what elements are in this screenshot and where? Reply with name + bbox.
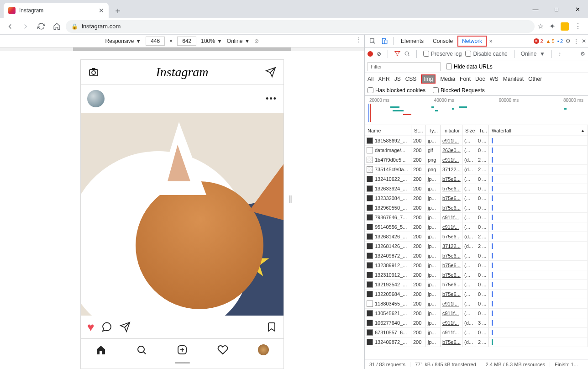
blocked-requests-checkbox[interactable]: Blocked Requests [433, 87, 485, 94]
network-row[interactable]: 132192542_...200jp...b75e6...(...0 ... [365, 280, 588, 290]
col-waterfall[interactable]: Waterfall▲ [489, 125, 588, 136]
inspect-icon[interactable] [367, 38, 378, 44]
like-icon[interactable]: ♥ [87, 320, 94, 334]
close-tab-icon[interactable]: ✕ [99, 7, 104, 14]
more-tabs-icon[interactable]: » [487, 38, 495, 44]
network-row[interactable]: 132409872_...200jp...b75e6...(d...2 ... [365, 337, 588, 347]
viewport-height-input[interactable]: 642 [177, 37, 196, 46]
cell-initiator[interactable]: c911f... [441, 328, 462, 337]
close-window-button[interactable]: ✕ [567, 0, 588, 18]
info-badge[interactable]: ▪2 [557, 38, 563, 44]
clear-icon[interactable]: ⊘ [377, 51, 381, 57]
home-tab-icon[interactable] [95, 344, 106, 355]
network-row[interactable]: 132389912_...200jp...b75e6...(...0 ... [365, 261, 588, 270]
network-row[interactable]: 79867646_7...200jp...c911f...(...0 ... [365, 213, 588, 222]
filter-manifest[interactable]: Manifest [503, 76, 524, 82]
network-row[interactable]: data:image/...200gif263e0...(...0 ... [365, 146, 588, 155]
cell-initiator[interactable]: 263e0... [441, 146, 462, 155]
cell-initiator[interactable]: c911f... [441, 213, 462, 222]
url-input[interactable]: 🔒 instagram.com [66, 20, 535, 33]
viewport-ruler[interactable] [0, 47, 364, 51]
throttle-select[interactable]: Online ▼ [227, 38, 250, 44]
activity-tab-icon[interactable] [217, 344, 228, 355]
maximize-button[interactable]: □ [546, 0, 567, 18]
filter-input[interactable] [368, 62, 441, 71]
record-button[interactable] [368, 51, 373, 57]
chrome-menu-icon[interactable]: ⋮ [574, 22, 582, 31]
story-avatar[interactable] [87, 90, 105, 107]
tab-network[interactable]: Network [457, 36, 487, 47]
filter-toggle-icon[interactable] [394, 51, 400, 57]
cell-initiator[interactable]: b75e6... [441, 232, 462, 241]
cell-initiator[interactable]: c911f... [441, 318, 462, 327]
resize-handle-icon[interactable]: || [289, 194, 291, 204]
bookmark-star-icon[interactable]: ☆ [537, 22, 544, 31]
network-row[interactable]: 130545621_...200jp...c911f...(...0 ... [365, 309, 588, 318]
network-row[interactable]: 132310912_...200jp...b75e6...(...0 ... [365, 270, 588, 280]
col-type[interactable]: Ty... [426, 125, 441, 136]
network-row[interactable]: 67310557_6...200jp...c911f...(...0 ... [365, 328, 588, 337]
cell-initiator[interactable]: b75e6... [441, 174, 462, 184]
cell-initiator[interactable]: b75e6... [441, 203, 462, 212]
warning-badge[interactable]: ▲5 [546, 38, 555, 44]
tab-elements[interactable]: Elements [396, 35, 428, 47]
network-row[interactable]: 106277640_...200jp...c911f...(d...3 ... [365, 318, 588, 328]
zoom-select[interactable]: 100% ▼ [201, 38, 222, 44]
network-row[interactable]: 132410622_...200jp...b75e6...(...0 ... [365, 174, 588, 184]
profile-tab-avatar[interactable] [258, 344, 269, 355]
camera-icon[interactable] [88, 67, 99, 78]
reload-button[interactable] [35, 20, 47, 33]
network-row[interactable]: 132332084_...200jp...b75e6...(...0 ... [365, 194, 588, 203]
col-initiator[interactable]: Initiator [441, 125, 462, 136]
forward-button[interactable] [19, 20, 32, 33]
network-settings-icon[interactable]: ⚙ [580, 51, 585, 57]
cell-initiator[interactable]: b75e6... [441, 280, 462, 289]
search-tab-icon[interactable] [136, 344, 147, 355]
network-row[interactable]: 735145cfe0a...200png37122...(d...2 ... [365, 165, 588, 174]
bookmark-icon[interactable] [266, 322, 277, 332]
network-table-header[interactable]: Name St... Ty... Initiator Size Ti... Wa… [365, 125, 588, 136]
col-size[interactable]: Size [462, 125, 476, 136]
cell-initiator[interactable]: c911f... [441, 309, 462, 318]
network-row[interactable]: 132681426_...200jp...b75e6...(d...2 ... [365, 232, 588, 242]
filter-css[interactable]: CSS [405, 76, 417, 82]
cell-initiator[interactable]: b75e6... [441, 337, 462, 347]
filter-ws[interactable]: WS [489, 76, 498, 82]
cell-initiator[interactable]: c911f... [441, 299, 462, 308]
network-row[interactable]: 95140556_5...200jp...c911f...(...0 ... [365, 222, 588, 232]
cell-initiator[interactable]: b75e6... [441, 194, 462, 203]
network-row[interactable]: 131586692_...200jp...c911f...(...0 ... [365, 136, 588, 146]
filter-xhr[interactable]: XHR [378, 76, 389, 82]
comment-icon[interactable] [101, 322, 112, 332]
cell-initiator[interactable]: b75e6... [441, 261, 462, 270]
col-name[interactable]: Name [365, 125, 411, 136]
cell-initiator[interactable]: c911f... [441, 222, 462, 232]
col-status[interactable]: St... [411, 125, 426, 136]
add-post-icon[interactable] [177, 344, 188, 355]
cell-initiator[interactable]: b75e6... [441, 290, 462, 299]
devtools-close-icon[interactable]: ✕ [582, 38, 586, 44]
network-rows[interactable]: 131586692_...200jp...c911f...(...0 ...da… [365, 136, 588, 359]
back-button[interactable] [4, 20, 16, 33]
disable-cache-checkbox[interactable]: Disable cache [465, 51, 507, 57]
send-icon[interactable] [265, 67, 276, 78]
home-button[interactable] [50, 20, 63, 33]
new-tab-button[interactable]: ＋ [111, 4, 124, 17]
search-icon[interactable] [404, 51, 410, 57]
cell-initiator[interactable]: b75e6... [441, 251, 462, 260]
network-row[interactable]: 132205684_...200jp...b75e6...(...0 ... [365, 290, 588, 299]
viewport-width-input[interactable]: 446 [146, 37, 165, 46]
cell-initiator[interactable]: b75e6... [441, 184, 462, 193]
import-export-icon[interactable]: ↕ [558, 51, 561, 57]
filter-other[interactable]: Other [528, 76, 542, 82]
device-mode-select[interactable]: Responsive ▼ [105, 38, 142, 44]
cell-initiator[interactable]: 37122... [441, 165, 462, 174]
filter-media[interactable]: Media [440, 76, 455, 82]
network-row[interactable]: 132681426_...200jp...37122...(d...2 ... [365, 242, 588, 251]
minimize-button[interactable]: — [525, 0, 546, 18]
tab-console[interactable]: Console [428, 35, 457, 47]
devtools-menu-icon[interactable]: ⋮ [573, 38, 579, 44]
device-mode-icon[interactable] [378, 38, 390, 44]
filter-js[interactable]: JS [394, 76, 401, 82]
filter-img[interactable]: Img [421, 74, 436, 84]
